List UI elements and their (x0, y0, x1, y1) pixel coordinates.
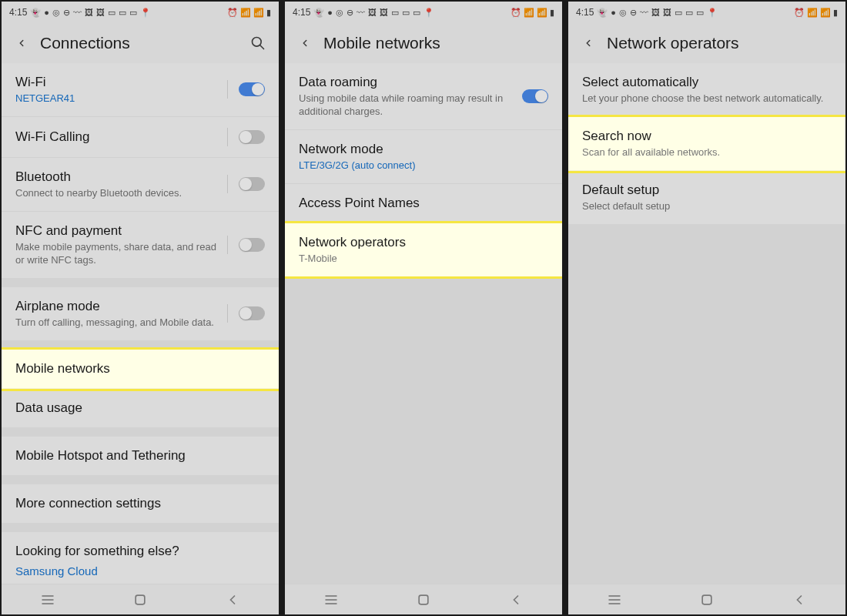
samsung-cloud-link[interactable]: Samsung Cloud (15, 564, 265, 578)
airplane-toggle[interactable] (239, 306, 265, 320)
network-mode-row[interactable]: Network modeLTE/3G/2G (auto connect) (285, 130, 562, 184)
wave-icon: 〰 (73, 8, 82, 17)
nav-back-button[interactable] (792, 592, 807, 608)
nav-bar (285, 584, 562, 614)
battery-icon: ▮ (266, 8, 271, 18)
nav-back-button[interactable] (225, 592, 240, 608)
row-title: Mobile Hotspot and Tethering (15, 447, 265, 464)
circle-icon: ◎ (619, 8, 627, 18)
card: Airplane modeTurn off calling, messaging… (2, 287, 279, 340)
location-icon: 📍 (140, 8, 151, 18)
nfc-toggle[interactable] (239, 238, 265, 252)
row-title: Airplane mode (15, 298, 227, 315)
search-now-row[interactable]: Search nowScan for all available network… (568, 117, 845, 171)
signal-icon: 📶 (240, 8, 251, 18)
recents-button[interactable] (607, 592, 622, 608)
divider (227, 236, 228, 254)
screen-network-operators: 4:15 👻 ● ◎ ⊖ 〰 🖼 🖼 ▭ ▭ ▭ 📍 ⏰ 📶 📶 ▮ Netwo… (568, 2, 845, 614)
nav-back-button[interactable] (508, 592, 524, 608)
status-time: 4:15 (576, 7, 594, 18)
wifi-toggle[interactable] (239, 82, 265, 96)
bluetooth-row[interactable]: BluetoothConnect to nearby Bluetooth dev… (2, 158, 279, 212)
dot-icon: ● (611, 8, 616, 17)
rect-icon: ▭ (402, 8, 410, 18)
svg-rect-5 (136, 595, 145, 604)
circle-icon: ◎ (52, 8, 60, 18)
battery-icon: ▮ (833, 8, 838, 18)
minus-icon: ⊖ (63, 8, 70, 18)
dot-icon: ● (327, 8, 333, 17)
search-icon[interactable] (249, 35, 266, 52)
row-title: Bluetooth (15, 169, 227, 186)
status-bar: 4:15 👻 ● ◎ ⊖ 〰 🖼 🖼 ▭ ▭ ▭ 📍 ⏰ 📶 📶 ▮ (285, 2, 562, 23)
rect-icon: ▭ (685, 8, 693, 18)
back-button[interactable] (14, 35, 29, 51)
content[interactable]: Wi-FiNETGEAR41 Wi-Fi Calling BluetoothCo… (2, 63, 279, 584)
hotspot-row[interactable]: Mobile Hotspot and Tethering (2, 437, 279, 475)
wifi-calling-toggle[interactable] (239, 130, 265, 144)
status-time: 4:15 (9, 7, 27, 18)
rect-icon: ▭ (696, 8, 704, 18)
content[interactable]: Data roamingUsing mobile data while roam… (285, 63, 562, 584)
data-usage-row[interactable]: Data usage (2, 389, 279, 427)
back-button[interactable] (581, 35, 596, 51)
default-setup-row[interactable]: Default setupSelect default setup (568, 171, 845, 224)
row-title: Data roaming (299, 74, 522, 91)
wave-icon: 〰 (640, 8, 648, 17)
image-icon: 🖼 (663, 8, 671, 17)
nfc-row[interactable]: NFC and paymentMake mobile payments, sha… (2, 212, 279, 278)
svg-rect-13 (702, 595, 711, 604)
wifi-calling-row[interactable]: Wi-Fi Calling (2, 117, 279, 158)
row-title: NFC and payment (15, 223, 227, 239)
image-icon: 🖼 (651, 8, 660, 17)
home-button[interactable] (416, 592, 431, 608)
row-title: Search now (582, 128, 832, 145)
divider (227, 175, 228, 193)
row-title: Select automatically (582, 74, 832, 91)
more-settings-row[interactable]: More connection settings (2, 484, 279, 523)
divider (227, 128, 228, 146)
recents-button[interactable] (40, 592, 55, 608)
rect-icon: ▭ (413, 8, 420, 18)
alarm-icon: ⏰ (794, 8, 805, 18)
home-button[interactable] (699, 592, 715, 608)
mobile-networks-row[interactable]: Mobile networks (2, 350, 279, 389)
row-sub: NETGEAR41 (15, 92, 227, 105)
rect-icon: ▭ (675, 8, 682, 18)
looking-row: Looking for something else? Samsung Clou… (2, 532, 279, 584)
roaming-toggle[interactable] (522, 89, 548, 103)
row-title: Wi-Fi (15, 74, 227, 91)
circle-icon: ◎ (336, 8, 343, 18)
minus-icon: ⊖ (630, 8, 637, 18)
row-title: Wi-Fi Calling (15, 129, 227, 146)
home-button[interactable] (132, 592, 148, 608)
row-title: Network mode (299, 141, 548, 158)
row-title: Network operators (299, 234, 548, 251)
signal-icon: 📶 (807, 8, 818, 18)
page-title: Connections (40, 34, 249, 52)
recents-button[interactable] (323, 592, 339, 608)
apn-row[interactable]: Access Point Names (285, 184, 562, 223)
snapchat-icon: 👻 (313, 8, 324, 18)
data-roaming-row[interactable]: Data roamingUsing mobile data while roam… (285, 63, 562, 130)
snapchat-icon: 👻 (597, 8, 608, 18)
bluetooth-toggle[interactable] (239, 177, 265, 191)
row-sub: T-Mobile (299, 253, 548, 266)
status-bar: 4:15 👻 ● ◎ ⊖ 〰 🖼 🖼 ▭ ▭ ▭ 📍 ⏰ 📶 📶 ▮ (2, 2, 279, 23)
battery-icon: ▮ (550, 8, 554, 18)
row-sub: Make mobile payments, share data, and re… (15, 241, 227, 267)
row-sub: Turn off calling, messaging, and Mobile … (15, 316, 227, 330)
select-auto-row[interactable]: Select automaticallyLet your phone choos… (568, 63, 845, 117)
image-icon: 🖼 (368, 8, 377, 17)
airplane-row[interactable]: Airplane modeTurn off calling, messaging… (2, 287, 279, 340)
alarm-icon: ⏰ (227, 8, 238, 18)
content[interactable]: Select automaticallyLet your phone choos… (568, 63, 845, 584)
location-icon: 📍 (424, 8, 434, 18)
row-sub: Scan for all available networks. (582, 146, 832, 159)
screen-mobile-networks: 4:15 👻 ● ◎ ⊖ 〰 🖼 🖼 ▭ ▭ ▭ 📍 ⏰ 📶 📶 ▮ Mobil… (285, 2, 562, 614)
back-button[interactable] (297, 35, 313, 51)
wifi-row[interactable]: Wi-FiNETGEAR41 (2, 63, 279, 117)
card: Data roamingUsing mobile data while roam… (285, 63, 562, 276)
image-icon: 🖼 (380, 8, 388, 17)
network-operators-row[interactable]: Network operatorsT-Mobile (285, 223, 562, 276)
